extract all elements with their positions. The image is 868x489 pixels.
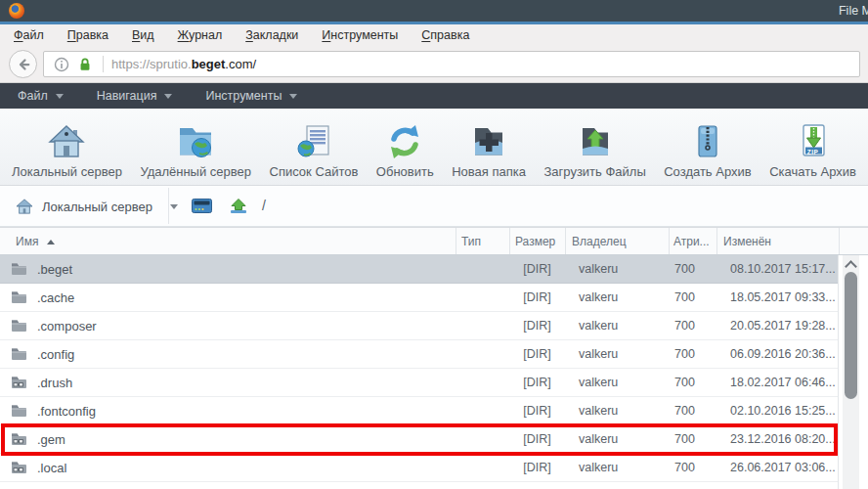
toolbar-button-local-server[interactable]: Локальный сервер <box>12 118 122 179</box>
toolbar-button-label: Скачать Архив <box>769 164 856 179</box>
column-header-type[interactable]: Тип <box>461 235 481 248</box>
info-icon[interactable] <box>52 55 71 74</box>
browser-menu-item[interactable]: Справка <box>421 28 469 42</box>
file-attrs: 700 <box>674 461 695 474</box>
url-input[interactable]: https://sprutio.beget.com/ <box>43 51 860 77</box>
file-size: [DIR] <box>509 376 565 389</box>
file-owner: valkeru <box>579 319 618 333</box>
file-owner: valkeru <box>579 347 618 361</box>
toolbar-button-refresh[interactable]: Обновить <box>376 118 434 179</box>
column-divider[interactable] <box>456 228 456 254</box>
browser-menu-item[interactable]: Закладки <box>245 28 298 42</box>
file-size: [DIR] <box>509 461 565 474</box>
scrollbar[interactable] <box>843 255 859 489</box>
table-row[interactable]: .gem[DIR]valkeru70023.12.2016 08:20... <box>0 425 838 454</box>
zip-label: ZIP <box>807 149 819 156</box>
file-name: .beget <box>37 262 72 277</box>
file-name: .local <box>37 461 66 475</box>
column-header-size[interactable]: Размер <box>515 235 555 248</box>
server-selector[interactable]: Локальный сервер <box>16 186 178 227</box>
folder-icon <box>11 319 27 333</box>
scrollbar-thumb[interactable] <box>845 272 857 399</box>
file-modified: 06.09.2016 20:36... <box>730 347 836 361</box>
file-name: .drush <box>37 376 72 390</box>
folder-shared-icon <box>11 432 27 446</box>
site-list-icon <box>294 118 333 161</box>
toolbar-button-new-folder[interactable]: Новая папка <box>452 118 526 179</box>
file-name: .composer <box>37 319 97 333</box>
table-row[interactable]: .composer[DIR]valkeru70020.05.2017 19:28… <box>0 312 838 340</box>
window-titlebar: File M <box>0 0 868 24</box>
table-row[interactable]: .drush[DIR]valkeru70018.02.2017 06:46... <box>0 369 838 397</box>
back-arrow-icon <box>15 56 32 73</box>
file-attrs: 700 <box>674 376 695 389</box>
lock-icon[interactable] <box>75 55 95 74</box>
toolbar-button-label: Новая папка <box>452 164 526 179</box>
browser-menu-item[interactable]: Инструменты <box>322 28 398 42</box>
back-button[interactable] <box>9 50 37 78</box>
folder-icon <box>11 347 27 361</box>
scroll-up-icon[interactable] <box>845 260 857 273</box>
toolbar-button-label: Создать Архив <box>664 164 751 179</box>
browser-menu-item[interactable]: Правка <box>67 28 108 42</box>
app-menu-navigation[interactable]: Навигация <box>97 89 173 103</box>
file-modified: 18.05.2017 09:33... <box>730 290 836 304</box>
browser-menu-item[interactable]: Журнал <box>178 28 223 42</box>
file-modified: 20.05.2017 19:28... <box>730 319 836 333</box>
file-modified: 26.06.2017 03:06... <box>730 461 836 474</box>
app-menu-tools[interactable]: Инструменты <box>205 89 297 103</box>
column-header-name[interactable]: Имя <box>16 235 55 248</box>
new-folder-icon <box>469 118 508 161</box>
file-owner: valkeru <box>579 376 618 389</box>
file-attrs: 700 <box>674 262 695 276</box>
file-size: [DIR] <box>509 404 565 418</box>
file-owner: valkeru <box>579 432 618 446</box>
toolbar-button-site-list[interactable]: Список Сайтов <box>270 118 359 179</box>
server-label: Локальный сервер <box>42 200 152 214</box>
sort-ascending-icon <box>47 240 55 244</box>
file-name: .config <box>37 347 74 362</box>
file-attrs: 700 <box>674 290 695 304</box>
column-divider[interactable] <box>669 228 670 254</box>
toolbar-button-label: Локальный сервер <box>12 164 122 179</box>
column-header-modified[interactable]: Изменён <box>723 235 771 248</box>
home-icon <box>47 118 86 161</box>
table-row[interactable]: .config[DIR]valkeru70006.09.2016 20:36..… <box>0 340 838 369</box>
file-list: .beget[DIR]valkeru70008.10.2017 15:17...… <box>0 255 839 489</box>
file-size: [DIR] <box>509 432 565 446</box>
file-name: .cache <box>37 290 74 305</box>
file-size: [DIR] <box>509 347 565 361</box>
path-bar-divider <box>168 188 169 224</box>
folder-shared-icon <box>11 376 27 389</box>
toolbar-button-label: Список Сайтов <box>270 164 359 179</box>
table-row[interactable]: .beget[DIR]valkeru70008.10.2017 15:17... <box>0 255 838 284</box>
table-row[interactable]: .local[DIR]valkeru70026.06.2017 03:06... <box>0 454 838 482</box>
app-menubar: Файл Навигация Инструменты <box>0 83 868 109</box>
refresh-icon <box>385 118 424 161</box>
column-divider[interactable] <box>509 228 510 254</box>
browser-menu-item[interactable]: Вид <box>132 28 154 42</box>
column-header-attrs[interactable]: Атри... <box>673 235 710 248</box>
go-up-icon[interactable] <box>229 199 248 218</box>
column-divider[interactable] <box>716 228 717 254</box>
toolbar-button-create-archive[interactable]: Создать Архив <box>664 118 751 179</box>
file-attrs: 700 <box>674 347 695 361</box>
caret-down-icon <box>289 94 297 99</box>
current-path: / <box>262 198 266 213</box>
table-row[interactable]: .fontconfig[DIR]valkeru70002.10.2016 15:… <box>0 397 838 425</box>
file-owner: valkeru <box>579 461 618 474</box>
disk-icon[interactable] <box>192 199 212 217</box>
column-divider[interactable] <box>565 228 566 254</box>
file-name: .fontconfig <box>37 404 96 419</box>
browser-menu-item[interactable]: Файл <box>14 28 44 42</box>
file-modified: 02.10.2016 15:25... <box>730 404 836 418</box>
toolbar-button-upload-files[interactable]: Загрузить Файлы <box>543 118 645 179</box>
file-modified: 18.02.2017 06:46... <box>730 376 836 389</box>
toolbar-button-remote-server[interactable]: Удалённый сервер <box>140 118 251 179</box>
table-row[interactable]: .cache[DIR]valkeru70018.05.2017 09:33... <box>0 284 838 312</box>
app-menu-navigation-label: Навигация <box>97 89 157 103</box>
app-menu-file[interactable]: Файл <box>18 89 64 103</box>
column-header-owner[interactable]: Владелец <box>572 235 627 248</box>
toolbar-button-download-archive[interactable]: ZIP Скачать Архив <box>769 118 856 179</box>
browser-menubar: ФайлПравкаВидЖурналЗакладкиИнструментыСп… <box>0 24 868 45</box>
